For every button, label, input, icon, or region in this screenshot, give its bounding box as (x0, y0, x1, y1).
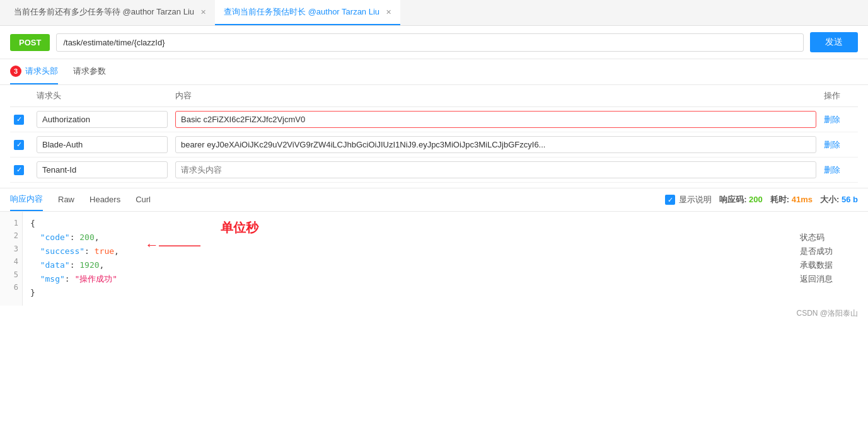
send-button[interactable]: 发送 (810, 32, 858, 52)
row1-action-cell: 删除 (820, 107, 858, 132)
row2-value-input[interactable] (175, 136, 816, 153)
comment-4: 返回消息 (800, 272, 860, 286)
size-label: 大小: 56 b (820, 194, 858, 205)
tab-close-2[interactable]: ✕ (386, 8, 391, 16)
row3-checkbox[interactable] (14, 165, 24, 175)
col-key-header: 请求头 (33, 85, 171, 107)
row2-value-cell (171, 132, 820, 158)
tab-close-1[interactable]: ✕ (200, 8, 206, 16)
tab-label-2: 查询当前任务预估时长 @author Tarzan Liu (224, 6, 379, 18)
time-value: 41ms (792, 195, 813, 204)
code-line-5: "msg" : "操作成功" (30, 272, 785, 286)
row1-check-cell (10, 107, 33, 132)
time-label: 耗时: 41ms (770, 194, 813, 205)
sub-tabs: 3 请求头部 请求参数 (0, 59, 868, 85)
code-line-6: } (30, 286, 785, 300)
headers-section: 请求头 内容 操作 删除 (0, 85, 868, 183)
code-line-3: "success" : true , (30, 244, 785, 258)
row1-checkbox[interactable] (14, 115, 24, 125)
row1-value-input[interactable] (175, 111, 816, 128)
response-tab-body[interactable]: 响应内容 (10, 188, 43, 211)
show-explain-checkbox[interactable] (665, 195, 675, 205)
table-row: 删除 (10, 132, 858, 158)
table-row: 删除 (10, 158, 858, 183)
time-label-text: 耗时: (770, 195, 789, 204)
code-area: 1 2 3 4 5 6 { "code" : 200 , "success" :… (0, 212, 868, 306)
headers-table: 请求头 内容 操作 删除 (10, 85, 858, 183)
status-label-text: 响应码: (719, 195, 746, 204)
response-tab-headers[interactable]: Headers (90, 190, 120, 210)
code-line-4: "data" : 1920 , (30, 258, 785, 272)
header-count-badge: 3 (10, 66, 21, 77)
comment-1: 状态码 (800, 231, 860, 244)
row1-delete-button[interactable]: 删除 (824, 115, 840, 124)
row1-key-input[interactable] (37, 111, 168, 128)
sub-tab-headers-label: 请求头部 (25, 66, 58, 77)
code-content: { "code" : 200 , "success" : true , "dat… (23, 212, 792, 306)
response-tab-raw[interactable]: Raw (58, 190, 74, 210)
show-explain-label: 显示说明 (679, 194, 712, 205)
footer-text: CSDN @洛阳泰山 (796, 309, 858, 318)
show-explain-area: 显示说明 (665, 194, 712, 205)
row2-key-input[interactable] (37, 136, 168, 153)
row3-delete-button[interactable]: 删除 (824, 165, 840, 175)
row2-delete-button[interactable]: 删除 (824, 140, 840, 149)
size-label-text: 大小: (820, 195, 839, 204)
row2-action-cell: 删除 (820, 132, 858, 158)
line-numbers: 1 2 3 4 5 6 (0, 212, 23, 306)
row2-checkbox[interactable] (14, 140, 24, 150)
response-tabs-bar: 响应内容 Raw Headers Curl 显示说明 响应码: 200 耗时: … (0, 188, 868, 212)
row3-value-cell (171, 158, 820, 183)
row2-check-cell (10, 132, 33, 158)
tab-label-1: 当前任务前还有多少任务等待 @author Tarzan Liu (14, 6, 194, 18)
row3-key-cell (33, 158, 171, 183)
method-badge: POST (10, 34, 50, 51)
response-tab-curl[interactable]: Curl (136, 190, 151, 210)
response-meta: 显示说明 响应码: 200 耗时: 41ms 大小: 56 b (665, 194, 858, 205)
sub-tab-params[interactable]: 请求参数 (73, 59, 106, 84)
comments-col: 状态码 是否成功 承载数据 返回消息 (792, 212, 868, 306)
status-label: 响应码: 200 (719, 194, 763, 205)
tab-item-2[interactable]: 查询当前任务预估时长 @author Tarzan Liu ✕ (215, 0, 400, 25)
url-input[interactable] (56, 33, 804, 52)
sub-tab-params-label: 请求参数 (73, 66, 106, 77)
footer: CSDN @洛阳泰山 (0, 306, 868, 321)
col-value-header: 内容 (171, 85, 820, 107)
code-line-1: { (30, 217, 785, 231)
comment-2: 是否成功 (800, 244, 860, 258)
code-line-2: "code" : 200 , (30, 231, 785, 244)
row1-value-cell (171, 107, 820, 132)
tab-item-1[interactable]: 当前任务前还有多少任务等待 @author Tarzan Liu ✕ (5, 0, 215, 25)
row3-value-input[interactable] (175, 161, 816, 178)
table-row: 删除 (10, 107, 858, 132)
col-action-header: 操作 (820, 85, 858, 107)
size-value: 56 b (842, 195, 858, 204)
row3-key-input[interactable] (37, 161, 168, 178)
row2-key-cell (33, 132, 171, 158)
row1-key-cell (33, 107, 171, 132)
col-check (10, 85, 33, 107)
url-bar: POST 发送 (0, 26, 868, 59)
response-section: 响应内容 Raw Headers Curl 显示说明 响应码: 200 耗时: … (0, 188, 868, 321)
row3-action-cell: 删除 (820, 158, 858, 183)
status-code: 200 (749, 195, 763, 204)
comment-3: 承载数据 (800, 258, 860, 272)
sub-tab-headers[interactable]: 3 请求头部 (10, 59, 58, 84)
tabs-bar: 当前任务前还有多少任务等待 @author Tarzan Liu ✕ 查询当前任… (0, 0, 868, 26)
row3-check-cell (10, 158, 33, 183)
